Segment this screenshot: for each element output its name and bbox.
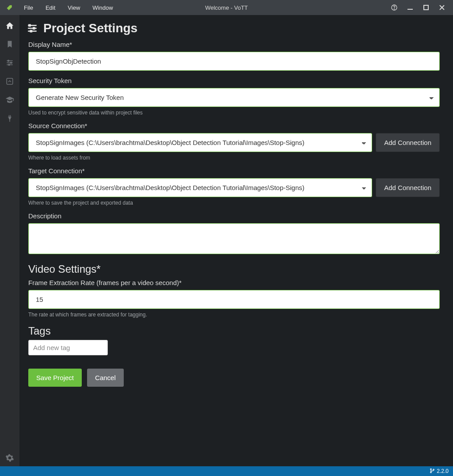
svg-point-12 — [430, 472, 432, 473]
svg-rect-3 — [424, 5, 428, 10]
target-add-connection-button[interactable]: Add Connection — [376, 178, 440, 197]
svg-point-1 — [394, 9, 394, 9]
video-settings-title: Video Settings* — [27, 263, 440, 275]
svg-point-11 — [430, 468, 432, 470]
maximize-icon[interactable] — [422, 4, 430, 11]
sidebar — [0, 15, 19, 466]
page-title: Project Settings — [43, 21, 137, 35]
svg-point-5 — [11, 62, 12, 64]
sidebar-export-icon[interactable] — [4, 75, 16, 88]
description-label: Description — [28, 212, 440, 220]
sidebar-home-icon[interactable] — [4, 19, 16, 32]
target-connection-help: Where to save the project and exported d… — [28, 200, 440, 206]
source-connection-label: Source Connection* — [28, 122, 440, 129]
field-display-name: Display Name* — [27, 41, 440, 71]
app-logo-icon — [0, 4, 18, 11]
sidebar-graduation-icon[interactable] — [4, 94, 16, 106]
field-frame-rate: Frame Extraction Rate (frames per a vide… — [27, 279, 440, 318]
menu-view[interactable]: View — [61, 4, 86, 11]
target-connection-select[interactable]: StopSignImages (C:\Users\brachtma\Deskto… — [28, 178, 372, 197]
menu-items: File Edit View Window — [18, 4, 119, 11]
window-controls — [390, 4, 453, 11]
menu-file[interactable]: File — [18, 4, 39, 11]
menu-window[interactable]: Window — [86, 4, 119, 11]
frame-rate-input[interactable] — [28, 290, 440, 309]
menu-edit[interactable]: Edit — [39, 4, 61, 11]
sliders-icon — [27, 23, 38, 34]
security-token-label: Security Token — [28, 77, 440, 84]
sidebar-settings-icon[interactable] — [4, 454, 16, 466]
frame-rate-help: The rate at which frames are extracted f… — [28, 312, 440, 318]
git-branch-icon — [430, 468, 435, 475]
tags-title: Tags — [27, 325, 440, 337]
frame-rate-label: Frame Extraction Rate (frames per a vide… — [28, 279, 440, 286]
source-add-connection-button[interactable]: Add Connection — [376, 133, 440, 152]
security-token-select[interactable]: Generate New Security Token — [28, 88, 440, 107]
version-text: 2.2.0 — [437, 468, 449, 474]
display-name-label: Display Name* — [28, 41, 440, 48]
page-header: Project Settings — [27, 21, 440, 35]
svg-rect-8 — [29, 25, 30, 26]
sidebar-sliders-icon[interactable] — [4, 57, 16, 69]
field-description: Description — [27, 212, 440, 256]
svg-rect-9 — [33, 27, 34, 29]
svg-rect-7 — [7, 78, 13, 84]
description-input[interactable] — [28, 223, 440, 254]
svg-point-13 — [433, 469, 434, 470]
minimize-icon[interactable] — [406, 4, 414, 11]
target-connection-label: Target Connection* — [28, 167, 440, 175]
cancel-button[interactable]: Cancel — [87, 369, 124, 387]
close-icon[interactable] — [438, 4, 446, 11]
menubar: File Edit View Window Welcome - VoTT — [0, 0, 453, 15]
security-token-help: Used to encrypt sensitive data within pr… — [28, 110, 440, 116]
sidebar-bookmark-icon[interactable] — [4, 38, 16, 50]
status-bar: 2.2.0 — [0, 466, 453, 476]
button-row: Save Project Cancel — [27, 369, 440, 387]
tag-input[interactable] — [28, 340, 108, 355]
svg-rect-2 — [407, 9, 413, 10]
content-area: Project Settings Display Name* Security … — [19, 15, 453, 466]
window-title: Welcome - VoTT — [205, 4, 248, 11]
save-project-button[interactable]: Save Project — [28, 369, 82, 387]
svg-point-4 — [8, 60, 9, 61]
field-source-connection: Source Connection* StopSignImages (C:\Us… — [27, 122, 440, 161]
help-icon[interactable] — [390, 4, 398, 11]
field-target-connection: Target Connection* StopSignImages (C:\Us… — [27, 167, 440, 206]
source-connection-select[interactable]: StopSignImages (C:\Users\brachtma\Deskto… — [28, 133, 372, 152]
svg-point-6 — [8, 64, 10, 65]
svg-rect-10 — [30, 30, 32, 32]
source-connection-help: Where to load assets from — [28, 155, 440, 161]
field-tags — [27, 340, 440, 355]
display-name-input[interactable] — [28, 52, 440, 71]
sidebar-plug-icon[interactable] — [4, 112, 16, 125]
field-security-token: Security Token Generate New Security Tok… — [27, 77, 440, 116]
